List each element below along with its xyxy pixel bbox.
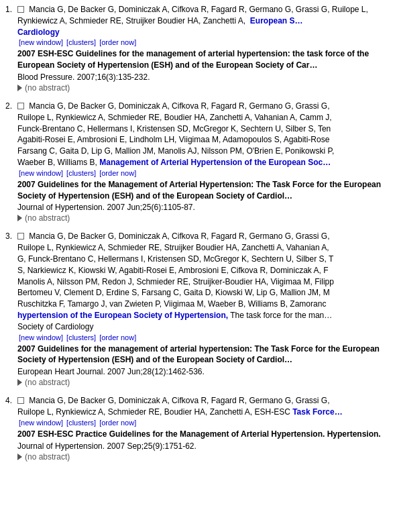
result-content-3: Mancia G, De Backer G, Dominiczak A, Cif…	[17, 231, 390, 387]
order-now-link-3[interactable]: [order now]	[99, 333, 136, 341]
article-title-3: 2007 Guidelines for the management of ar…	[17, 343, 390, 366]
article-title-2: 2007 Guidelines for the Management of Ar…	[17, 179, 390, 202]
journal-info-2: Journal of Hypertension. 2007 Jun;25(6):…	[17, 203, 390, 212]
title-link-2[interactable]: Management of Arterial Hypertension of t…	[99, 158, 331, 167]
clusters-link-4[interactable]: [clusters]	[66, 419, 96, 427]
article-title-4: 2007 ESH-ESC Practice Guidelines for the…	[17, 429, 390, 440]
order-now-link-2[interactable]: [order now]	[99, 169, 136, 177]
new-window-link-4[interactable]: [new window]	[19, 419, 63, 427]
order-now-link-4[interactable]: [order now]	[99, 419, 136, 427]
article-title-1: 2007 ESH-ESC Guidelines for the manageme…	[17, 48, 390, 71]
clusters-link-2[interactable]: [clusters]	[66, 169, 96, 177]
result-item-1: 1. Mancia G, De Backer G, Dominiczak A, …	[5, 4, 390, 93]
checkbox-3[interactable]	[17, 233, 24, 240]
triangle-icon-4[interactable]	[17, 454, 22, 460]
clusters-link-3[interactable]: [clusters]	[66, 333, 96, 341]
abstract-toggle-1[interactable]: (no abstract)	[17, 83, 390, 93]
authors-line-3: Mancia G, De Backer G, Dominiczak A, Cif…	[17, 231, 390, 332]
clusters-link-1[interactable]: [clusters]	[66, 38, 96, 46]
journal-info-4: Journal of Hypertension. 2007 Sep;25(9):…	[17, 441, 390, 451]
result-number-3: 3.	[5, 231, 17, 387]
triangle-icon-3[interactable]	[17, 379, 22, 386]
authors-line-2: Mancia G, De Backer G, Dominiczak A, Cif…	[17, 101, 390, 168]
meta-links-3: [new window] [clusters] [order now]	[17, 333, 390, 341]
result-content-2: Mancia G, De Backer G, Dominiczak A, Cif…	[17, 101, 390, 223]
society-of-text: Society of	[17, 322, 53, 331]
new-window-link-1[interactable]: [new window]	[19, 38, 63, 46]
journal-info-3: European Heart Journal. 2007 Jun;28(12):…	[17, 367, 390, 376]
authors-line-4: Mancia G, De Backer G, Dominiczak A, Cif…	[17, 395, 390, 418]
meta-links-2: [new window] [clusters] [order now]	[17, 169, 390, 177]
abstract-toggle-4[interactable]: (no abstract)	[17, 452, 390, 462]
abstract-toggle-3[interactable]: (no abstract)	[17, 378, 390, 387]
result-item-3: 3. Mancia G, De Backer G, Dominiczak A, …	[5, 231, 390, 387]
title-link-1[interactable]: European S…	[250, 16, 303, 25]
result-item-4: 4. Mancia G, De Backer G, Dominiczak A, …	[5, 395, 390, 461]
title-link-3[interactable]: hypertension of the European Society of …	[17, 311, 228, 320]
title-link-4[interactable]: Task Force…	[292, 407, 342, 417]
new-window-link-3[interactable]: [new window]	[19, 333, 63, 341]
result-number-1: 1.	[5, 4, 17, 93]
result-number-4: 4.	[5, 395, 17, 461]
no-abstract-1: (no abstract)	[25, 83, 70, 93]
checkbox-2[interactable]	[17, 103, 24, 109]
no-abstract-2: (no abstract)	[25, 213, 70, 223]
meta-links-1: [new window] [clusters] [order now]	[17, 38, 390, 46]
no-abstract-3: (no abstract)	[25, 378, 70, 387]
result-content-4: Mancia G, De Backer G, Dominiczak A, Cif…	[17, 395, 390, 461]
abstract-toggle-2[interactable]: (no abstract)	[17, 213, 390, 223]
title-link-1b[interactable]: Cardiology	[17, 28, 60, 37]
checkbox-1[interactable]	[17, 6, 24, 13]
no-abstract-4: (no abstract)	[25, 452, 70, 462]
triangle-icon-1[interactable]	[17, 85, 22, 91]
new-window-link-2[interactable]: [new window]	[19, 169, 63, 177]
result-content-1: Mancia G, De Backer G, Dominiczak A, Cif…	[17, 4, 390, 93]
checkbox-4[interactable]	[17, 397, 24, 404]
order-now-link-1[interactable]: [order now]	[99, 38, 136, 46]
authors-line-1: Mancia G, De Backer G, Dominiczak A, Cif…	[17, 4, 390, 38]
result-item-2: 2. Mancia G, De Backer G, Dominiczak A, …	[5, 101, 390, 223]
triangle-icon-2[interactable]	[17, 215, 22, 221]
journal-info-1: Blood Pressure. 2007;16(3):135-232.	[17, 72, 390, 82]
result-number-2: 2.	[5, 101, 17, 223]
meta-links-4: [new window] [clusters] [order now]	[17, 419, 390, 427]
